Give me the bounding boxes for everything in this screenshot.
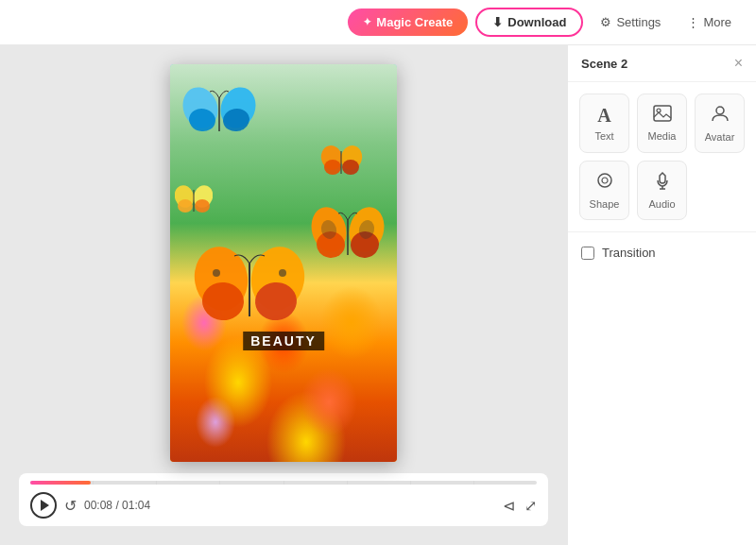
media-icon: [653, 105, 672, 127]
svg-point-27: [195, 199, 210, 213]
more-label: More: [703, 15, 731, 29]
scene-title: Scene 2: [581, 57, 627, 71]
tools-grid: A Text Media: [568, 82, 756, 232]
replay-icon: ↺: [64, 498, 77, 514]
header: Magic Create ⬇ Download ⚙ Settings ⋮ Mor…: [0, 0, 756, 45]
canvas-area: BEAUTY: [0, 45, 567, 545]
right-panel: Scene 2 × A Text Media: [567, 45, 756, 545]
butterfly-orange-large: [193, 243, 306, 337]
tick: [284, 481, 348, 485]
magic-create-button[interactable]: Magic Create: [348, 9, 468, 36]
svg-rect-29: [654, 106, 671, 121]
close-icon: ×: [734, 55, 743, 71]
svg-point-33: [602, 178, 608, 183]
svg-point-17: [279, 269, 286, 277]
butterfly-orange-right: [310, 203, 386, 264]
text-tool-button[interactable]: A Text: [579, 94, 629, 153]
gear-icon: ⚙: [600, 15, 611, 29]
tick: [474, 481, 537, 485]
settings-label: Settings: [616, 15, 661, 29]
download-icon: ⬇: [492, 15, 503, 29]
progress-fill: [30, 481, 91, 485]
tick: [220, 481, 284, 485]
shape-tool-button[interactable]: Shape: [579, 161, 629, 220]
download-label: Download: [507, 15, 566, 29]
fullscreen-button[interactable]: ⤢: [524, 497, 537, 515]
svg-point-22: [342, 160, 359, 175]
svg-point-31: [716, 107, 724, 114]
progress-track[interactable]: [30, 481, 537, 485]
share-button[interactable]: ⊲: [503, 497, 515, 515]
butterfly-yellow: [175, 183, 213, 216]
close-panel-button[interactable]: ×: [734, 55, 743, 72]
settings-button[interactable]: ⚙ Settings: [591, 9, 670, 35]
text-tool-label: Text: [594, 130, 613, 142]
avatar-tool-button[interactable]: Avatar: [695, 94, 745, 153]
replay-button[interactable]: ↺: [64, 497, 77, 515]
svg-point-25: [178, 199, 193, 213]
audio-icon: [654, 171, 671, 195]
transition-checkbox[interactable]: [581, 247, 594, 260]
more-button[interactable]: ⋮ More: [678, 9, 741, 35]
play-button[interactable]: [30, 492, 57, 519]
audio-tool-label: Audio: [648, 198, 675, 210]
shape-tool-label: Shape: [590, 198, 620, 210]
timestamp-total: 01:04: [122, 499, 150, 512]
dots-icon: ⋮: [687, 15, 699, 29]
butterfly-small-topright: [320, 144, 363, 179]
play-icon: [41, 500, 49, 511]
download-button[interactable]: ⬇ Download: [475, 8, 583, 37]
audio-tool-button[interactable]: Audio: [637, 161, 687, 220]
magic-create-label: Magic Create: [376, 15, 453, 29]
tick: [411, 481, 474, 485]
ctrl-right: ⊲ ⤢: [503, 497, 537, 515]
svg-point-16: [213, 269, 220, 277]
svg-point-32: [598, 174, 611, 187]
tick: [348, 481, 411, 485]
avatar-tool-label: Avatar: [705, 131, 735, 143]
scene-header: Scene 2 ×: [568, 45, 756, 82]
main-area: BEAUTY: [0, 45, 756, 545]
transition-section: Transition: [568, 232, 756, 273]
butterfly-blue: [181, 84, 257, 141]
avatar-icon: [711, 104, 730, 128]
timestamp: 00:08 / 01:04: [84, 499, 150, 512]
tick: [94, 481, 157, 485]
transition-label: Transition: [602, 246, 656, 260]
share-icon: ⊲: [503, 498, 515, 514]
text-icon: A: [597, 105, 610, 127]
timestamp-current: 00:08: [84, 499, 112, 512]
svg-point-20: [324, 160, 341, 175]
media-tool-label: Media: [648, 130, 677, 142]
fullscreen-icon: ⤢: [524, 498, 537, 514]
video-preview: BEAUTY: [170, 64, 397, 462]
shape-icon: [595, 171, 614, 195]
video-container: BEAUTY: [170, 64, 397, 462]
controls-bar: ↺ 00:08 / 01:04 ⊲ ⤢: [19, 473, 548, 526]
media-tool-button[interactable]: Media: [637, 94, 687, 153]
control-buttons: ↺ 00:08 / 01:04 ⊲ ⤢: [30, 492, 537, 519]
beauty-text: BEAUTY: [243, 332, 324, 350]
ctrl-left: ↺ 00:08 / 01:04: [30, 492, 150, 519]
tick: [157, 481, 220, 485]
